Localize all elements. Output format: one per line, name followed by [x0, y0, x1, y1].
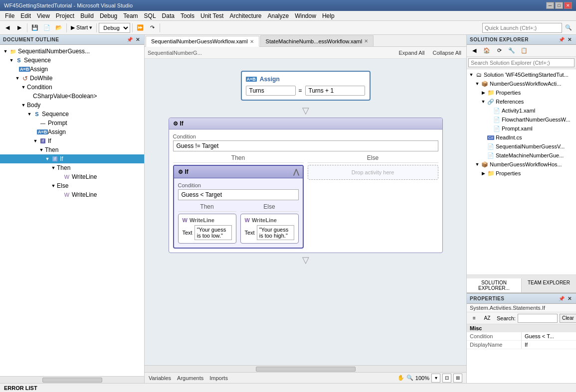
props-categorized-btn[interactable]: ≡	[469, 313, 480, 324]
props-pin-icon[interactable]: 📌	[558, 295, 565, 302]
se-toolbar-btn-3[interactable]: ⟳	[494, 45, 505, 56]
menu-unittest[interactable]: Unit Test	[197, 11, 226, 20]
fit-button[interactable]: ⊡	[442, 374, 451, 383]
props-alpha-btn[interactable]: AZ	[482, 313, 493, 324]
outline-item-if2-selected[interactable]: ▼ If If	[0, 154, 144, 163]
menu-build[interactable]: Build	[77, 11, 97, 20]
props-close-icon[interactable]: ✕	[566, 295, 573, 302]
save-button[interactable]: 💾	[29, 22, 40, 33]
workflow-canvas[interactable]: A=B Assign Turns = Turns + 1 ▽ ⚙ If Cond…	[145, 59, 466, 365]
expand-icon[interactable]: ▼	[50, 165, 57, 170]
drop-zone[interactable]: Drop activity here	[308, 165, 438, 180]
se-scrollbar[interactable]	[467, 274, 576, 278]
se-toolbar-btn-5[interactable]: 📋	[519, 45, 530, 56]
se-item-project2[interactable]: ▼ 📦 NumberGuessWorkflowHos...	[467, 160, 576, 169]
assign-right-field[interactable]: Turns + 1	[305, 86, 365, 96]
menu-team[interactable]: Team	[120, 11, 141, 20]
props-clear-button[interactable]: Clear	[560, 314, 576, 323]
menu-project[interactable]: Project	[53, 11, 77, 20]
assign-left-field[interactable]: Turns	[246, 86, 296, 96]
writeline-high-value[interactable]: "Your guess is too high."	[257, 225, 294, 240]
expand-icon[interactable]: ▼	[38, 147, 45, 152]
menu-help[interactable]: Help	[319, 11, 338, 20]
outline-item-csvalue[interactable]: CSharpValue<Boolean>	[0, 92, 144, 101]
expand-icon[interactable]: ▼	[480, 99, 487, 104]
menu-file[interactable]: File	[2, 11, 17, 20]
menu-window[interactable]: Window	[292, 11, 319, 20]
props-displayname-value[interactable]: If	[522, 341, 576, 349]
tab-statemachine[interactable]: StateMachineNumb...essWorkflow.xaml ✕	[260, 35, 374, 46]
condition-field[interactable]: Guess != Target	[173, 140, 438, 151]
outline-item-else1[interactable]: ▼ Else	[0, 181, 144, 190]
zoom-icon[interactable]: 🔍	[406, 375, 413, 381]
se-item-sequential[interactable]: 📄 SequentialNumberGuessV...	[467, 142, 576, 151]
forward-button[interactable]: ▶	[14, 22, 25, 33]
imports-tab[interactable]: Imports	[209, 375, 228, 381]
quick-launch-input[interactable]	[482, 23, 562, 33]
scrollbar-thumb[interactable]	[42, 378, 102, 383]
outline-item-then1[interactable]: ▼ Then	[0, 145, 144, 154]
outline-item-condition1[interactable]: ▼ Condition	[0, 83, 144, 92]
menu-sql[interactable]: SQL	[141, 11, 159, 20]
se-item-properties2[interactable]: ▶ 📁 Properties	[467, 169, 576, 178]
attach-button[interactable]: ⏩	[135, 22, 146, 33]
se-item-project1[interactable]: ▼ 📦 NumberGuessWorkflowActi...	[467, 79, 576, 88]
se-toolbar-btn-2[interactable]: 🏠	[481, 45, 492, 56]
writeline-low[interactable]: W WriteLine Text "Your guess is too low.…	[178, 214, 236, 244]
se-toolbar-btn-1[interactable]: ◀	[469, 45, 480, 56]
inner-if-activity[interactable]: ⚙ If ⋀ Condition Guess < Target	[173, 165, 304, 249]
search-button[interactable]: 🔍	[563, 22, 574, 33]
menu-analyze[interactable]: Analyze	[264, 11, 292, 20]
outline-item-if1[interactable]: ▼ If If	[0, 136, 144, 145]
variables-tab[interactable]: Variables	[149, 375, 171, 381]
outline-item-writeline1[interactable]: W WriteLine	[0, 172, 144, 181]
outline-item-assign1[interactable]: A=B Assign	[0, 65, 144, 74]
assign-activity[interactable]: A=B Assign Turns = Turns + 1	[241, 71, 371, 101]
expand-icon[interactable]: ▼	[26, 112, 33, 117]
arguments-tab[interactable]: Arguments	[177, 375, 203, 381]
writeline-high[interactable]: W WriteLine Text "Your guess is too high…	[240, 214, 299, 244]
expand-icon[interactable]: ▼	[8, 58, 15, 63]
outline-item-writeline2[interactable]: W WriteLine	[0, 190, 144, 199]
new-button[interactable]: 📄	[41, 22, 52, 33]
tab-close-button[interactable]: ✕	[250, 39, 254, 44]
back-button[interactable]: ◀	[2, 22, 13, 33]
step-over-button[interactable]: ↷	[147, 22, 158, 33]
expand-icon[interactable]: ▼	[44, 156, 51, 161]
tab-sequential[interactable]: SequentialNumberGuessWorkflow.xaml ✕	[146, 36, 259, 47]
team-explorer-tab[interactable]: TEAM EXPLORER	[522, 278, 576, 292]
menu-tools[interactable]: Tools	[178, 11, 197, 20]
expand-icon[interactable]: ▶	[480, 171, 487, 176]
se-item-references[interactable]: ▼ 🔗 References	[467, 97, 576, 106]
scrollbar-thumb-canvas[interactable]	[256, 367, 356, 372]
expand-icon[interactable]: ▼	[20, 85, 27, 90]
pin-icon[interactable]: 📌	[126, 36, 133, 43]
expand-icon[interactable]: ▼	[468, 72, 475, 77]
expand-icon[interactable]: ▼	[2, 49, 9, 54]
error-list-bar[interactable]: ERROR LIST	[0, 383, 576, 392]
outer-if-activity[interactable]: ⚙ If Condition Guess != Target Then	[169, 118, 443, 253]
config-dropdown[interactable]: Debug	[99, 23, 130, 33]
inner-condition-field[interactable]: Guess < Target	[178, 189, 299, 200]
expand-icon[interactable]: ▼	[50, 183, 57, 188]
se-item-prompt[interactable]: 📄 Prompt.xaml	[467, 124, 576, 133]
overview-button[interactable]: ⊞	[453, 374, 462, 383]
tab-close-button-2[interactable]: ✕	[364, 38, 368, 44]
outline-item-root[interactable]: ▼ 📁 SequentialNumberGuess...	[0, 47, 144, 56]
se-item-flowchart[interactable]: 📄 FlowchartNumberGuessW...	[467, 115, 576, 124]
outline-item-assign2[interactable]: A=B Assign	[0, 128, 144, 136]
outline-scrollbar[interactable]	[0, 376, 144, 383]
outline-item-then2[interactable]: ▼ Then	[0, 163, 144, 172]
expand-icon[interactable]: ▼	[14, 76, 21, 81]
start-button[interactable]: ▶ Start ▾	[69, 22, 94, 33]
expand-icon[interactable]: ▼	[474, 81, 481, 86]
collapse-button[interactable]: ⋀	[293, 168, 299, 176]
se-item-properties[interactable]: ▶ 📁 Properties	[467, 88, 576, 97]
se-item-solution[interactable]: ▼ 🗂 Solution 'WF45GettingStartedTut...	[467, 70, 576, 79]
open-button[interactable]: 📂	[53, 22, 64, 33]
expand-icon[interactable]: ▼	[32, 138, 39, 143]
hand-tool-icon[interactable]: ✋	[397, 375, 404, 381]
expand-icon[interactable]: ▼	[20, 103, 27, 108]
expand-all-button[interactable]: Expand All	[397, 49, 427, 57]
props-condition-value[interactable]: Guess < T...	[522, 332, 576, 340]
